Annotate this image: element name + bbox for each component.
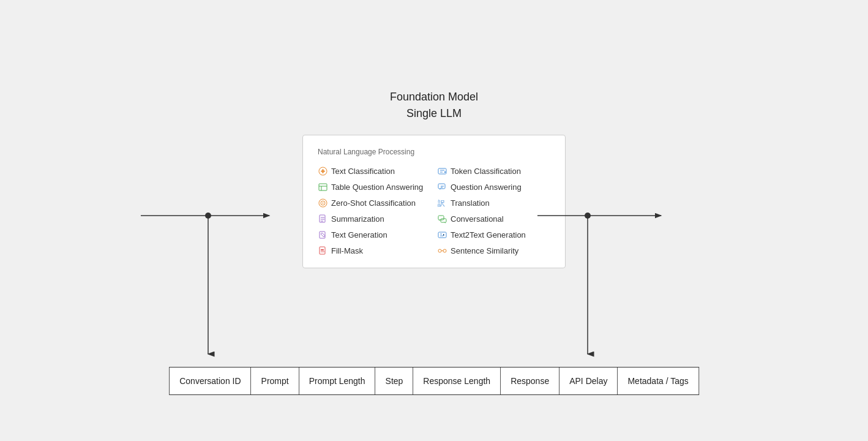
table-qa-label: Table Question Answering [331, 183, 423, 192]
table-col-prompt-length: Prompt Length [299, 368, 376, 394]
translation-label: Translation [451, 198, 490, 208]
svg-rect-4 [319, 184, 327, 190]
zero-shot-label: Zero-Shot Classification [331, 198, 416, 208]
table-col-prompt: Prompt [252, 368, 299, 394]
nlp-item-sentence-similarity: Sentence Similarity [437, 246, 550, 255]
table-col-conversation-id: Conversation ID [170, 368, 251, 394]
nlp-item-token-classification: Token Classification [437, 166, 550, 176]
title-block: Foundation Model Single LLM [390, 89, 478, 122]
svg-text:訳: 訳 [438, 199, 445, 208]
svg-point-22 [585, 213, 591, 219]
svg-point-8 [322, 202, 323, 203]
summarization-icon [318, 214, 327, 224]
svg-point-3 [444, 171, 445, 172]
nlp-item-translation: 訳 Translation [437, 198, 550, 208]
sentence-similarity-icon [437, 246, 447, 255]
text-generation-icon [318, 230, 327, 239]
conversational-icon [437, 214, 447, 224]
svg-rect-14 [438, 232, 446, 238]
question-answering-label: Question Answering [451, 183, 522, 192]
nlp-grid: Text Classification Token Classification… [318, 166, 550, 255]
token-classification-label: Token Classification [451, 167, 521, 176]
svg-rect-16 [321, 249, 324, 251]
text-generation-label: Text Generation [331, 230, 387, 239]
question-answering-icon [437, 182, 447, 192]
nlp-item-text2text: Text2Text Generation [437, 230, 550, 239]
nlp-item-summarization: Summarization [318, 214, 431, 224]
table-col-response: Response [501, 368, 559, 394]
svg-point-17 [438, 249, 441, 252]
token-classification-icon [437, 166, 447, 176]
diagram-container: Foundation Model Single LLM Natural Lang… [0, 0, 868, 441]
text-classification-icon [318, 166, 327, 176]
svg-point-18 [443, 249, 446, 252]
title-line2: Single LLM [390, 105, 478, 122]
nlp-item-text-generation: Text Generation [318, 230, 431, 239]
text-classification-label: Text Classification [331, 167, 395, 176]
bottom-table: Conversation ID Prompt Prompt Length Ste… [169, 367, 699, 395]
nlp-item-fill-mask: Fill-Mask [318, 246, 431, 255]
nlp-item-zero-shot: Zero-Shot Classification [318, 198, 431, 208]
conversational-label: Conversational [451, 214, 504, 224]
table-col-metadata-tags: Metadata / Tags [618, 368, 698, 394]
title-line1: Foundation Model [390, 89, 478, 105]
table-col-api-delay: API Delay [559, 368, 618, 394]
nlp-box: Natural Language Processing Text Classif… [302, 135, 566, 268]
fill-mask-icon [318, 246, 327, 255]
table-col-step: Step [376, 368, 414, 394]
svg-point-20 [205, 213, 211, 219]
text2text-icon [437, 230, 447, 239]
text2text-label: Text2Text Generation [451, 230, 526, 239]
table-col-response-length: Response Length [413, 368, 501, 394]
nlp-item-text-classification: Text Classification [318, 166, 431, 176]
zero-shot-icon [318, 198, 327, 208]
table-qa-icon [318, 182, 327, 192]
fill-mask-label: Fill-Mask [331, 246, 363, 255]
nlp-item-table-qa: Table Question Answering [318, 182, 431, 192]
svg-rect-2 [438, 168, 446, 174]
translation-icon: 訳 [437, 198, 447, 208]
nlp-item-conversational: Conversational [437, 214, 550, 224]
summarization-label: Summarization [331, 214, 384, 224]
nlp-label: Natural Language Processing [318, 148, 550, 156]
nlp-item-question-answering: Question Answering [437, 182, 550, 192]
sentence-similarity-label: Sentence Similarity [451, 246, 518, 255]
